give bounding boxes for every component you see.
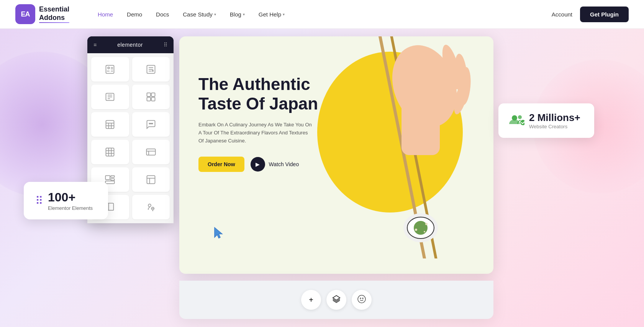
elementor-title: elementor bbox=[117, 42, 143, 48]
elements-badge: ⠿ 100+ Elementor Elements bbox=[24, 182, 108, 219]
svg-rect-27 bbox=[106, 148, 114, 156]
svg-point-54 bbox=[414, 221, 428, 235]
logo[interactable]: EA Essential Addons bbox=[15, 4, 69, 24]
widget-card[interactable] bbox=[91, 112, 129, 137]
sushi-content: The Authentic Taste Of Japan Embark On A… bbox=[179, 36, 493, 274]
add-button[interactable]: + bbox=[301, 290, 321, 310]
sushi-title: The Authentic Taste Of Japan bbox=[198, 75, 344, 113]
get-help-chevron-icon: ▾ bbox=[283, 12, 285, 16]
svg-point-26 bbox=[152, 123, 152, 124]
svg-point-56 bbox=[425, 223, 428, 225]
nav-item-demo[interactable]: Demo bbox=[121, 8, 147, 21]
svg-point-25 bbox=[151, 123, 151, 124]
svg-point-24 bbox=[149, 123, 150, 124]
millions-label: Website Creators bbox=[529, 124, 580, 129]
sushi-subtitle: Embark On A Culinary Journey As We Take … bbox=[198, 121, 313, 145]
hamburger-icon: ≡ bbox=[93, 42, 97, 48]
hero-section: ≡ elementor ⠿ bbox=[0, 29, 644, 327]
widget-card[interactable] bbox=[132, 167, 170, 192]
play-icon: ▶ bbox=[251, 157, 265, 172]
widget-card[interactable] bbox=[132, 195, 170, 219]
widget-card[interactable] bbox=[91, 85, 129, 109]
svg-rect-51 bbox=[401, 98, 440, 155]
widget-card[interactable] bbox=[132, 57, 170, 82]
elements-label: Elementor Elements bbox=[48, 205, 93, 211]
widget-card[interactable] bbox=[132, 85, 170, 109]
elementor-topbar: ≡ elementor ⠿ bbox=[87, 36, 174, 53]
account-link[interactable]: Account bbox=[552, 11, 572, 18]
svg-point-61 bbox=[360, 298, 361, 299]
widget-card[interactable] bbox=[132, 112, 170, 137]
layers-button[interactable] bbox=[326, 290, 346, 310]
svg-rect-38 bbox=[106, 181, 115, 184]
svg-rect-36 bbox=[111, 176, 115, 178]
svg-rect-37 bbox=[111, 179, 115, 181]
svg-rect-19 bbox=[106, 121, 114, 129]
svg-rect-18 bbox=[151, 97, 155, 101]
svg-rect-39 bbox=[147, 176, 155, 184]
svg-point-1 bbox=[108, 67, 110, 69]
svg-rect-15 bbox=[147, 93, 150, 96]
blog-chevron-icon: ▾ bbox=[243, 12, 245, 16]
logo-text-line2: Addons bbox=[39, 14, 65, 21]
svg-rect-35 bbox=[106, 176, 110, 180]
millions-count: 2 Millions+ bbox=[529, 112, 580, 124]
svg-point-60 bbox=[358, 295, 365, 303]
widget-card[interactable] bbox=[91, 140, 129, 164]
svg-point-57 bbox=[415, 229, 417, 231]
nav-item-case-study[interactable]: Case Study ▾ bbox=[177, 8, 221, 21]
svg-point-42 bbox=[148, 204, 151, 207]
navbar: EA Essential Addons Home Demo Docs Case … bbox=[0, 0, 644, 29]
svg-rect-17 bbox=[147, 97, 150, 101]
bottom-preview-strip: + bbox=[179, 281, 493, 319]
svg-rect-0 bbox=[106, 65, 114, 74]
users-icon bbox=[509, 113, 524, 128]
preview-card: The Authentic Taste Of Japan Embark On A… bbox=[179, 36, 493, 274]
face-button[interactable] bbox=[352, 290, 372, 310]
grid-icon: ⠿ bbox=[164, 42, 167, 48]
sushi-image-area bbox=[329, 36, 493, 258]
elements-grid-icon: ⠿ bbox=[35, 195, 43, 207]
widget-card[interactable] bbox=[91, 57, 129, 82]
logo-text-line1: Essential bbox=[39, 5, 69, 13]
svg-point-58 bbox=[424, 231, 425, 232]
case-study-chevron-icon: ▾ bbox=[214, 12, 216, 16]
plus-icon: + bbox=[309, 296, 313, 304]
nav-right: Account Get Plugin bbox=[552, 7, 629, 22]
face-icon bbox=[357, 294, 366, 306]
nav-item-get-help[interactable]: Get Help ▾ bbox=[253, 8, 290, 21]
svg-rect-32 bbox=[146, 149, 155, 155]
get-plugin-button[interactable]: Get Plugin bbox=[580, 7, 629, 22]
millions-badge: 2 Millions+ Website Creators bbox=[498, 103, 594, 138]
cursor-arrow-icon bbox=[214, 227, 225, 243]
logo-icon: EA bbox=[15, 4, 35, 24]
nav-item-blog[interactable]: Blog ▾ bbox=[224, 8, 250, 21]
order-now-button[interactable]: Order Now bbox=[198, 157, 244, 172]
elements-count: 100+ bbox=[48, 190, 93, 204]
sushi-buttons: Order Now ▶ Watch Video bbox=[198, 157, 344, 172]
nav-item-home[interactable]: Home bbox=[92, 8, 118, 21]
nav-links: Home Demo Docs Case Study ▾ Blog ▾ Get H… bbox=[92, 8, 552, 21]
layers-icon bbox=[332, 295, 341, 305]
watch-video-label: Watch Video bbox=[269, 161, 299, 167]
sushi-text-area: The Authentic Taste Of Japan Embark On A… bbox=[198, 75, 344, 172]
nav-item-docs[interactable]: Docs bbox=[151, 8, 174, 21]
svg-point-64 bbox=[513, 116, 516, 120]
svg-rect-10 bbox=[152, 70, 154, 72]
watch-video-button[interactable]: ▶ Watch Video bbox=[251, 157, 299, 172]
widget-card[interactable] bbox=[132, 140, 170, 164]
svg-rect-16 bbox=[151, 93, 155, 96]
svg-point-62 bbox=[362, 298, 363, 299]
svg-point-65 bbox=[518, 115, 522, 119]
logo-accent bbox=[39, 22, 69, 23]
